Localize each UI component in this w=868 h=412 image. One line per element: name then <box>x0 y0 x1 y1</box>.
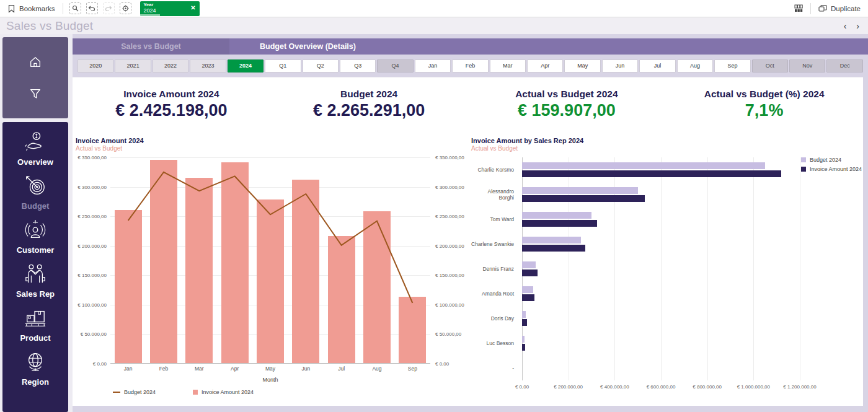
filter-quarter-q2[interactable]: Q2 <box>303 59 339 72</box>
sheet-title: Sales vs Budget <box>0 19 93 33</box>
home-icon[interactable] <box>29 55 42 69</box>
hbar-charlene-swankie-budget[interactable] <box>522 237 581 243</box>
sidebar-item-sales-rep[interactable]: Sales Rep <box>16 263 55 299</box>
hbar-doris-day-budget[interactable] <box>522 311 526 318</box>
x-axis-labels: JanFebMarAprMayJunJulAugSep <box>110 366 430 374</box>
hbar-alessandro-borghi-invoice[interactable] <box>522 195 645 202</box>
step-forward-icon <box>103 2 115 14</box>
bar-group <box>518 310 800 327</box>
y-axis-label: € 0,00 <box>435 361 449 367</box>
hbar-row-charlene-swankie: Charlene Swankie <box>471 232 800 256</box>
filter-icon[interactable] <box>29 87 42 100</box>
bar-sep-invoice[interactable] <box>399 297 426 363</box>
duplicate-button[interactable]: Duplicate <box>811 0 868 17</box>
sidebar-item-product[interactable]: Product <box>20 307 50 343</box>
combo-plot: € 0,00€ 0,00€ 50.000,00€ 50.000,00€ 100.… <box>110 157 430 364</box>
filter-month-mar[interactable]: Mar <box>490 59 526 72</box>
y-axis-label: € 250.000,00 <box>435 214 464 219</box>
hbar-dennis-franz-invoice[interactable] <box>522 270 538 276</box>
y-axis-label: € 100.000,00 <box>435 302 464 308</box>
filter-year-2020[interactable]: 2020 <box>78 59 113 72</box>
kpi-actual-vs-budget-2024[interactable]: Actual vs Budget (%) 20247,1% <box>665 89 863 134</box>
filter-year-2022[interactable]: 2022 <box>153 59 188 72</box>
sidebar-nav: OverviewBudgetCustomerSales RepProductRe… <box>2 122 68 412</box>
previous-sheet-icon[interactable]: ‹ <box>844 22 847 30</box>
bookmarks-label: Bookmarks <box>19 5 55 12</box>
remove-selection-icon[interactable]: ✕ <box>190 4 195 11</box>
filter-month-feb[interactable]: Feb <box>452 59 488 72</box>
hbar-chart-sales-rep: Invoice Amount by Sales Rep 2024Actual v… <box>469 134 863 406</box>
tab-budget-overview-details[interactable]: Budget Overview (Details) <box>229 38 386 55</box>
hbar-amanda-root-budget[interactable] <box>522 286 533 293</box>
step-back-icon[interactable] <box>86 2 98 14</box>
selection-chip-year[interactable]: Year 2024 ✕ <box>140 1 200 16</box>
selections-search-icon[interactable] <box>69 2 81 14</box>
bar-jul-invoice[interactable] <box>328 236 355 363</box>
sidebar-item-region[interactable]: Region <box>22 351 49 387</box>
x-axis-title: Month <box>110 377 430 383</box>
x-axis-label: € 400.000,00 <box>600 384 629 390</box>
y-axis-label: € 350.000,00 <box>78 155 107 160</box>
filter-month-jun[interactable]: Jun <box>602 59 638 72</box>
filter-year-2024[interactable]: 2024 <box>228 59 264 72</box>
hbar-charlie-korsmo-invoice[interactable] <box>522 170 781 177</box>
gridline <box>800 157 800 380</box>
filter-month-jul[interactable]: Jul <box>639 59 675 72</box>
kpi-title: Invoice Amount 2024 <box>73 89 270 100</box>
filter-month-aug[interactable]: Aug <box>677 59 713 72</box>
hbar-tom-ward-budget[interactable] <box>522 212 591 219</box>
legend-item-invoice-amount-2024: Invoice Amount 2024 <box>801 166 862 172</box>
filter-quarter-q3[interactable]: Q3 <box>340 59 376 72</box>
selection-chip-field: Year <box>144 2 196 7</box>
filter-year-2021[interactable]: 2021 <box>115 59 151 72</box>
hbar-dennis-franz-budget[interactable] <box>522 261 536 268</box>
hbar-alessandro-borghi-budget[interactable] <box>522 187 638 194</box>
hbar-amanda-root-invoice[interactable] <box>522 294 534 301</box>
filter-month-sep[interactable]: Sep <box>714 59 750 72</box>
bar-apr-invoice[interactable] <box>221 162 249 363</box>
filter-quarter-q4[interactable]: Q4 <box>377 59 413 72</box>
sidebar-item-overview[interactable]: Overview <box>17 131 53 167</box>
bar-aug-invoice[interactable] <box>363 211 391 363</box>
next-sheet-icon[interactable]: › <box>856 22 859 30</box>
tab-sales-vs-budget[interactable]: Sales vs Budget <box>73 38 229 55</box>
kpi-value: € 2.265.291,00 <box>270 101 468 120</box>
kpi-title: Actual vs Budget 2024 <box>468 89 666 100</box>
gridline <box>110 157 430 158</box>
filter-quarter-q1[interactable]: Q1 <box>265 59 301 72</box>
x-axis-label: € 200.000,00 <box>554 384 583 390</box>
bar-group <box>518 261 800 277</box>
filter-year-2023[interactable]: 2023 <box>190 59 226 72</box>
bar-jun-invoice[interactable] <box>292 180 319 363</box>
kpi-value: € 2.425.198,00 <box>73 101 270 120</box>
bar-feb-invoice[interactable] <box>150 160 177 363</box>
bar-mar-invoice[interactable] <box>185 178 213 363</box>
filter-month-oct[interactable]: Oct <box>752 59 788 72</box>
filter-month-may[interactable]: May <box>564 59 600 72</box>
sidebar-item-customer[interactable]: Customer <box>17 219 55 255</box>
legend-square-marker <box>193 390 198 395</box>
x-axis-label: Aug <box>372 366 381 372</box>
filter-month-dec[interactable]: Dec <box>826 59 862 72</box>
kpi-actual-vs-budget-2024[interactable]: Actual vs Budget 2024€ 159.907,00 <box>468 89 666 134</box>
hbar-doris-day-invoice[interactable] <box>522 319 527 326</box>
sheet-grid-button[interactable] <box>787 0 810 17</box>
bookmarks-button[interactable]: Bookmarks <box>0 0 63 17</box>
hbar-charlene-swankie-invoice[interactable] <box>522 245 585 252</box>
hbar-luc-besson-invoice[interactable] <box>522 344 525 351</box>
filter-month-jan[interactable]: Jan <box>415 59 451 72</box>
x-axis-labels: € 0,00€ 200.000,00€ 400.000,00€ 600.000,… <box>471 384 863 393</box>
sidebar-item-budget[interactable]: Budget <box>22 175 50 211</box>
clear-selections-icon[interactable] <box>120 2 131 14</box>
kpi-budget-2024[interactable]: Budget 2024€ 2.265.291,00 <box>270 89 468 134</box>
bookmark-icon <box>7 4 16 13</box>
filter-month-apr[interactable]: Apr <box>527 59 563 72</box>
hbar-tom-ward-invoice[interactable] <box>522 220 597 227</box>
hbar-luc-besson-budget[interactable] <box>522 336 525 343</box>
hbar-row-charlie-korsmo: Charlie Korsmo <box>471 157 800 182</box>
bar-jan-invoice[interactable] <box>115 210 142 363</box>
hbar-charlie-korsmo-budget[interactable] <box>522 162 765 169</box>
kpi-invoice-amount-2024[interactable]: Invoice Amount 2024€ 2.425.198,00 <box>73 89 270 134</box>
bar-may-invoice[interactable] <box>257 199 284 363</box>
filter-month-nov[interactable]: Nov <box>789 59 825 72</box>
